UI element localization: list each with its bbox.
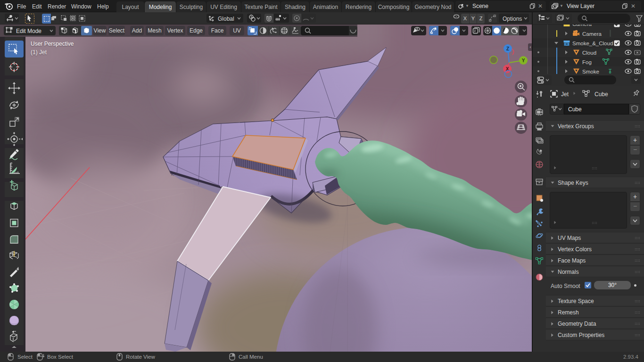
svg-text:Y: Y <box>522 58 525 63</box>
svg-text:Z: Z <box>506 46 509 51</box>
